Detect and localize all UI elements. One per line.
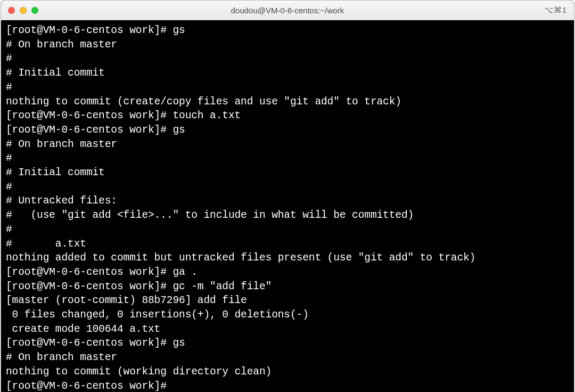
terminal-line: # [6, 151, 569, 166]
minimize-icon[interactable] [20, 7, 27, 14]
terminal-line: # [6, 52, 569, 66]
terminal-line: # On branch master [6, 137, 569, 152]
terminal-line: # Untracked files: [6, 194, 569, 208]
terminal-line: # Initial commit [6, 66, 569, 80]
terminal-line: nothing to commit (working directory cle… [6, 365, 569, 379]
terminal-line: # On branch master [6, 38, 569, 52]
terminal-line: # [6, 180, 569, 194]
maximize-icon[interactable] [31, 7, 38, 14]
terminal-line: # a.txt [6, 237, 569, 251]
terminal-line: [root@VM-0-6-centos work]# ga . [6, 265, 569, 280]
terminal-line: create mode 100644 a.txt [6, 322, 569, 337]
terminal-line: [root@VM-0-6-centos work]# gs [6, 123, 569, 137]
terminal-line: # (use "git add <file>..." to include in… [6, 208, 569, 223]
window-titlebar: doudou@VM-0-6-centos:~/work ⌥⌘1 [1, 1, 574, 20]
terminal-output[interactable]: [root@VM-0-6-centos work]# gs# On branch… [1, 20, 574, 392]
terminal-line: nothing to commit (create/copy files and… [6, 95, 569, 109]
terminal-line: [root@VM-0-6-centos work]# gs [6, 336, 569, 350]
terminal-line: # [6, 223, 569, 237]
terminal-line: # On branch master [6, 350, 569, 365]
window-title: doudou@VM-0-6-centos:~/work [1, 6, 574, 15]
terminal-line: [root@VM-0-6-centos work]# [6, 379, 569, 392]
terminal-line: nothing added to commit but untracked fi… [6, 251, 569, 265]
terminal-line: [root@VM-0-6-centos work]# gs [6, 23, 569, 38]
traffic-lights [8, 7, 38, 14]
terminal-line: [root@VM-0-6-centos work]# gc -m "add fi… [6, 280, 569, 294]
close-icon[interactable] [8, 7, 15, 14]
window-shortcut-badge: ⌥⌘1 [544, 5, 567, 15]
terminal-line: # Initial commit [6, 166, 569, 180]
terminal-window: doudou@VM-0-6-centos:~/work ⌥⌘1 [root@VM… [1, 0, 574, 392]
terminal-line: [root@VM-0-6-centos work]# touch a.txt [6, 109, 569, 123]
terminal-line: # [6, 80, 569, 95]
terminal-line: [master (root-commit) 88b7296] add file [6, 293, 569, 308]
terminal-line: 0 files changed, 0 insertions(+), 0 dele… [6, 308, 569, 322]
